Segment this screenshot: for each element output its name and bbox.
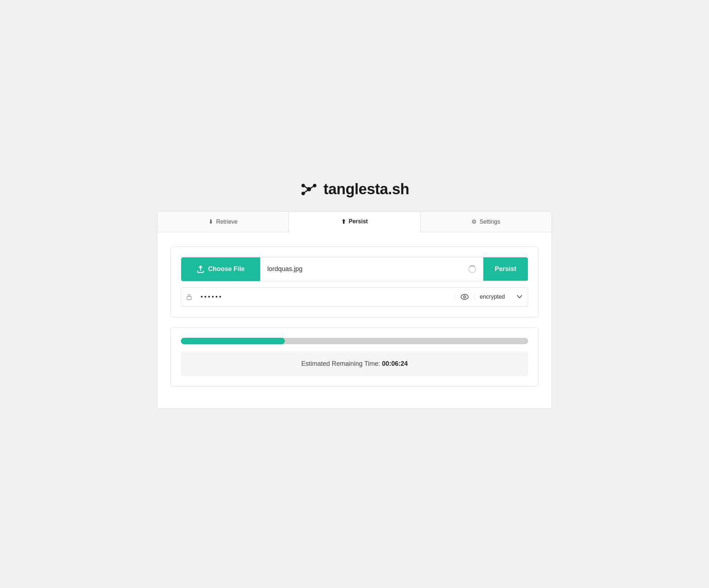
svg-rect-7 xyxy=(187,297,191,300)
tab-settings[interactable]: ⚙ Settings xyxy=(421,212,551,232)
svg-point-8 xyxy=(461,294,468,299)
file-section: Choose File lordquas.jpg Persist xyxy=(170,247,539,317)
settings-icon: ⚙ xyxy=(471,218,476,225)
loading-spinner xyxy=(468,265,476,273)
app-header: tanglesta.sh xyxy=(157,180,552,199)
tab-retrieve[interactable]: ⬇ Retrieve xyxy=(158,212,289,232)
file-name-text: lordquas.jpg xyxy=(267,265,302,273)
lock-icon-wrap xyxy=(181,294,197,300)
estimated-time-box: Estimated Remaining Time: 00:06:24 xyxy=(181,351,528,376)
estimated-time-value: 00:06:24 xyxy=(382,360,408,367)
chevron-down-icon xyxy=(517,295,522,299)
persist-button[interactable]: Persist xyxy=(483,257,528,281)
file-name-display: lordquas.jpg xyxy=(260,257,483,281)
progress-bar-outer xyxy=(181,338,528,344)
toggle-password-visibility[interactable] xyxy=(455,294,474,300)
tab-persist[interactable]: ⬆ Persist xyxy=(289,212,420,232)
tab-retrieve-label: Retrieve xyxy=(216,219,238,225)
choose-file-label: Choose File xyxy=(208,265,245,273)
file-row: Choose File lordquas.jpg Persist xyxy=(181,257,528,281)
tabs-container: ⬇ Retrieve ⬆ Persist ⚙ Settings xyxy=(158,212,551,232)
upload-icon: ⬆ xyxy=(341,218,346,225)
tab-content: Choose File lordquas.jpg Persist xyxy=(158,232,551,408)
main-card: ⬇ Retrieve ⬆ Persist ⚙ Settings xyxy=(157,211,552,409)
lock-icon xyxy=(186,294,192,300)
tab-settings-label: Settings xyxy=(479,219,500,225)
password-input[interactable] xyxy=(197,288,455,307)
progress-section: Estimated Remaining Time: 00:06:24 xyxy=(170,327,539,387)
tab-persist-label: Persist xyxy=(349,218,368,225)
svg-line-6 xyxy=(303,189,309,193)
persist-label: Persist xyxy=(495,265,516,272)
progress-bar-inner xyxy=(181,338,285,344)
app-title: tanglesta.sh xyxy=(323,181,409,198)
password-row: encrypted xyxy=(181,287,528,307)
encryption-dropdown[interactable]: encrypted xyxy=(474,288,528,306)
app-logo-icon xyxy=(300,180,318,199)
svg-point-9 xyxy=(464,296,466,298)
estimated-time-label: Estimated Remaining Time: xyxy=(301,360,380,367)
download-icon: ⬇ xyxy=(208,218,213,225)
upload-file-icon xyxy=(197,265,205,273)
choose-file-button[interactable]: Choose File xyxy=(181,257,260,281)
eye-icon xyxy=(461,294,469,300)
app-wrapper: tanglesta.sh ⬇ Retrieve ⬆ Persist ⚙ Sett… xyxy=(157,180,552,409)
encryption-label: encrypted xyxy=(480,294,505,300)
